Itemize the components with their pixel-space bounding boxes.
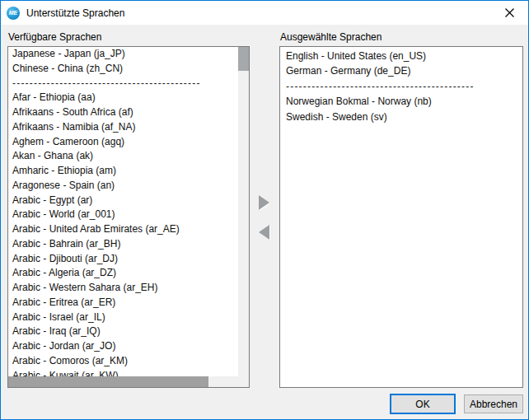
language-list-item[interactable]: Arabic - Egypt (ar) bbox=[8, 194, 238, 208]
language-list-item[interactable]: English - United States (en_US) bbox=[280, 49, 522, 63]
language-list-item[interactable]: Aragonese - Spain (an) bbox=[8, 179, 238, 194]
language-list-item[interactable]: Arabic - Western Sahara (ar_EH) bbox=[8, 281, 238, 296]
dialog-window: ME Unterstützte Sprachen Verfügbare Spra… bbox=[0, 0, 529, 420]
selected-languages-label: Ausgewählte Sprachen bbox=[280, 31, 382, 43]
language-list-item[interactable]: Chinese - China (zh_CN) bbox=[8, 62, 238, 77]
app-icon-label: ME bbox=[9, 10, 18, 16]
close-icon bbox=[505, 8, 514, 17]
language-list-item[interactable]: Japanese - Japan (ja_JP) bbox=[8, 47, 238, 62]
titlebar[interactable]: ME Unterstützte Sprachen bbox=[1, 1, 528, 25]
left-arrow-icon bbox=[259, 225, 269, 240]
language-list-item[interactable]: Norwegian Bokmal - Norway (nb) bbox=[280, 94, 522, 109]
language-list-item[interactable]: Afrikaans - South Africa (af) bbox=[8, 105, 238, 120]
vertical-scrollbar[interactable] bbox=[238, 47, 249, 376]
language-list-item[interactable]: Arabic - Iraq (ar_IQ) bbox=[8, 324, 238, 339]
vertical-scrollbar-thumb[interactable] bbox=[238, 47, 249, 71]
language-list-item[interactable]: Afrikaans - Namibia (af_NA) bbox=[8, 120, 238, 135]
language-list-item[interactable]: ----------------------------------------… bbox=[8, 77, 238, 91]
language-list-item[interactable]: Arabic - United Arab Emirates (ar_AE) bbox=[8, 222, 238, 237]
language-list-item[interactable]: Arabic - World (ar_001) bbox=[8, 208, 238, 222]
language-list-item[interactable]: Arabic - Kuwait (ar_KW) bbox=[8, 369, 238, 377]
horizontal-scrollbar[interactable] bbox=[8, 376, 238, 387]
selected-languages-listbox[interactable]: English - United States (en_US)German - … bbox=[279, 46, 523, 388]
language-list-item[interactable]: Arabic - Israel (ar_IL) bbox=[8, 310, 238, 325]
available-languages-listbox[interactable]: Japanese - Japan (ja_JP)Chinese - China … bbox=[7, 46, 250, 388]
language-list-item[interactable]: Amharic - Ethiopia (am) bbox=[8, 164, 238, 179]
language-list-item[interactable]: Aghem - Cameroon (agq) bbox=[8, 135, 238, 150]
scrollbar-corner bbox=[238, 376, 249, 387]
ok-button[interactable]: OK bbox=[390, 394, 456, 414]
language-list-item[interactable]: Arabic - Jordan (ar_JO) bbox=[8, 339, 238, 354]
language-list-item[interactable]: Arabic - Algeria (ar_DZ) bbox=[8, 266, 238, 281]
language-list-item[interactable]: Arabic - Eritrea (ar_ER) bbox=[8, 296, 238, 310]
window-title: Unterstützte Sprachen bbox=[26, 7, 124, 19]
language-list-item[interactable]: Akan - Ghana (ak) bbox=[8, 149, 238, 164]
cancel-button[interactable]: Abbrechen bbox=[464, 394, 523, 413]
language-list-item[interactable]: German - Germany (de_DE) bbox=[280, 63, 522, 78]
remove-language-button[interactable] bbox=[255, 222, 273, 242]
language-list-item[interactable]: Arabic - Bahrain (ar_BH) bbox=[8, 237, 238, 252]
language-list-item[interactable]: Arabic - Comoros (ar_KM) bbox=[8, 354, 238, 369]
add-language-button[interactable] bbox=[255, 193, 273, 212]
app-icon: ME bbox=[7, 7, 20, 20]
available-languages-items: Japanese - Japan (ja_JP)Chinese - China … bbox=[8, 47, 238, 376]
horizontal-scrollbar-thumb[interactable] bbox=[8, 376, 208, 387]
available-languages-label: Verfügbare Sprachen bbox=[8, 31, 101, 43]
right-arrow-icon bbox=[259, 195, 269, 210]
language-list-item[interactable]: Afar - Ethiopia (aa) bbox=[8, 91, 238, 105]
language-list-item[interactable]: Swedish - Sweden (sv) bbox=[280, 110, 522, 124]
selected-languages-items: English - United States (en_US)German - … bbox=[280, 47, 522, 387]
language-list-item[interactable]: ----------------------------------------… bbox=[280, 79, 522, 94]
language-list-item[interactable]: Arabic - Djibouti (ar_DJ) bbox=[8, 252, 238, 267]
close-button[interactable] bbox=[491, 1, 528, 25]
